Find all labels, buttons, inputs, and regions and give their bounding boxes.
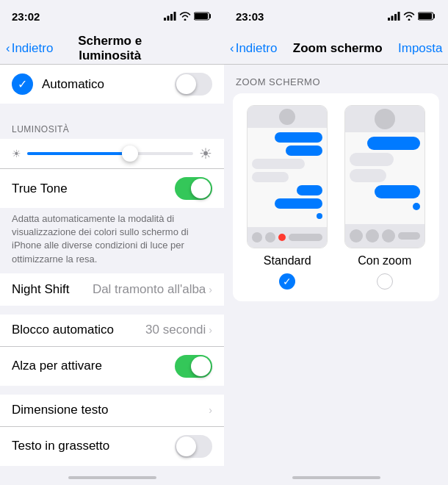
night-shift-chevron: ›	[209, 284, 212, 295]
input-bar	[289, 234, 322, 241]
back-label-right: Indietro	[236, 41, 278, 56]
true-tone-description: Adatta automaticamente la modalità di vi…	[0, 208, 224, 273]
page-title-right: Zoom schermo	[277, 41, 398, 56]
zmsg-2	[350, 153, 394, 166]
back-button-left[interactable]: ‹ Indietro	[6, 41, 53, 56]
testo-grassetto-row[interactable]: Testo in grassetto	[0, 427, 224, 466]
standard-radio[interactable]: ✓	[279, 273, 295, 290]
msg-3	[252, 159, 305, 169]
preview-bottom-standard	[248, 227, 327, 248]
preview-avatar-standard	[279, 109, 295, 125]
standard-label: Standard	[264, 254, 311, 267]
imposta-button[interactable]: Imposta	[398, 41, 442, 56]
blocco-automatico-row[interactable]: Blocco automatico 30 secondi ›	[0, 315, 224, 347]
preview-top-zoom	[345, 106, 424, 132]
tail-dot	[317, 213, 322, 219]
home-indicator-right	[292, 476, 380, 479]
true-tone-toggle[interactable]	[175, 177, 212, 200]
svg-rect-0	[164, 18, 166, 21]
dimensione-chevron: ›	[209, 404, 212, 416]
zmsg-4	[375, 185, 420, 198]
msg-1	[275, 132, 322, 143]
back-label-left: Indietro	[12, 41, 54, 56]
night-shift-row[interactable]: Night Shift Dal tramonto all'alba ›	[0, 273, 224, 306]
automatico-label: Automatico	[42, 77, 175, 92]
bc3	[278, 234, 286, 241]
time-left: 23:02	[12, 10, 40, 23]
battery-icon	[194, 12, 212, 21]
battery-icon-right	[418, 12, 436, 21]
standard-option[interactable]: Standard ✓	[245, 105, 330, 290]
preview-bottom-zoom	[345, 224, 424, 248]
testo-grassetto-toggle[interactable]	[175, 435, 212, 458]
back-chevron-right: ‹	[230, 41, 234, 56]
nav-bar-right: ‹ Indietro Zoom schermo Imposta	[224, 32, 448, 65]
svg-rect-7	[391, 16, 394, 21]
blocco-automatico-value: 30 secondi	[145, 323, 206, 337]
alza-toggle[interactable]	[175, 355, 212, 378]
svg-rect-6	[388, 18, 390, 21]
con-zoom-radio[interactable]	[377, 273, 393, 290]
left-screen: 23:02 ‹ Indietro Scher	[0, 0, 224, 485]
alza-per-attivare-row[interactable]: Alza per attivare	[0, 347, 224, 386]
con-zoom-option[interactable]: Con zoom	[342, 105, 428, 290]
standard-preview	[247, 105, 328, 248]
svg-rect-11	[419, 13, 432, 19]
msg-2	[286, 146, 322, 156]
svg-rect-1	[167, 16, 170, 21]
slider-fill	[27, 152, 130, 155]
automatico-row: ✓ Automatico	[0, 65, 224, 104]
msg-5	[297, 185, 322, 195]
brightness-slider[interactable]	[27, 152, 193, 155]
sep3	[0, 386, 224, 395]
svg-rect-3	[174, 12, 176, 21]
sun-small-icon: ☀	[12, 148, 21, 159]
msg-6	[275, 198, 322, 209]
alza-label: Alza per attivare	[12, 359, 175, 373]
status-bar-right: 23:03	[224, 0, 448, 32]
zinput-bar	[398, 232, 420, 240]
right-content: ZOOM SCHERMO	[224, 65, 448, 470]
preview-messages-standard	[248, 128, 327, 227]
back-chevron-left: ‹	[6, 41, 10, 56]
brightness-row[interactable]: ☀ ☀	[0, 139, 224, 169]
svg-rect-5	[195, 13, 208, 19]
right-screen: 23:03 ‹ Indietro Zoom	[224, 0, 448, 485]
zmsg-1	[367, 137, 420, 150]
status-icons-right	[388, 12, 436, 21]
testo-grassetto-label: Testo in grassetto	[12, 439, 175, 453]
con-zoom-preview	[344, 105, 425, 248]
wifi-icon-right	[403, 12, 415, 21]
time-right: 23:03	[236, 10, 264, 23]
blocco-card: Blocco automatico 30 secondi › Alza per …	[0, 315, 224, 386]
night-shift-label: Night Shift	[12, 282, 93, 297]
zbc1	[350, 229, 363, 242]
dimensione-testo-row[interactable]: Dimensione testo ›	[0, 395, 224, 427]
bc1	[252, 232, 262, 242]
bc2	[265, 232, 275, 242]
preview-messages-zoom	[345, 132, 424, 224]
luminosita-header: LUMINOSITÀ	[0, 112, 224, 139]
true-tone-row[interactable]: True Tone	[0, 169, 224, 208]
sun-large-icon: ☀	[199, 145, 212, 162]
zoom-schermo-header-right: ZOOM SCHERMO	[224, 65, 448, 93]
wifi-icon	[179, 12, 191, 21]
home-bar-left	[0, 470, 224, 485]
back-button-right[interactable]: ‹ Indietro	[230, 41, 277, 56]
home-indicator-left	[68, 476, 156, 479]
svg-rect-9	[398, 12, 400, 21]
automatico-toggle[interactable]	[175, 73, 212, 96]
night-shift-card: Night Shift Dal tramonto all'alba ›	[0, 273, 224, 306]
dimensione-testo-label: Dimensione testo	[12, 403, 209, 417]
status-bar-left: 23:02	[0, 0, 224, 32]
preview-avatar-zoom	[375, 109, 395, 129]
left-content: ✓ Automatico LUMINOSITÀ ☀ ☀	[0, 65, 224, 470]
con-zoom-label: Con zoom	[358, 254, 411, 267]
blocco-automatico-label: Blocco automatico	[12, 323, 145, 337]
svg-rect-8	[394, 14, 397, 21]
svg-rect-2	[170, 14, 173, 21]
zbc3	[382, 229, 395, 242]
zbc2	[366, 229, 379, 242]
signal-icon-right	[388, 12, 400, 21]
preview-top-standard	[248, 106, 327, 128]
